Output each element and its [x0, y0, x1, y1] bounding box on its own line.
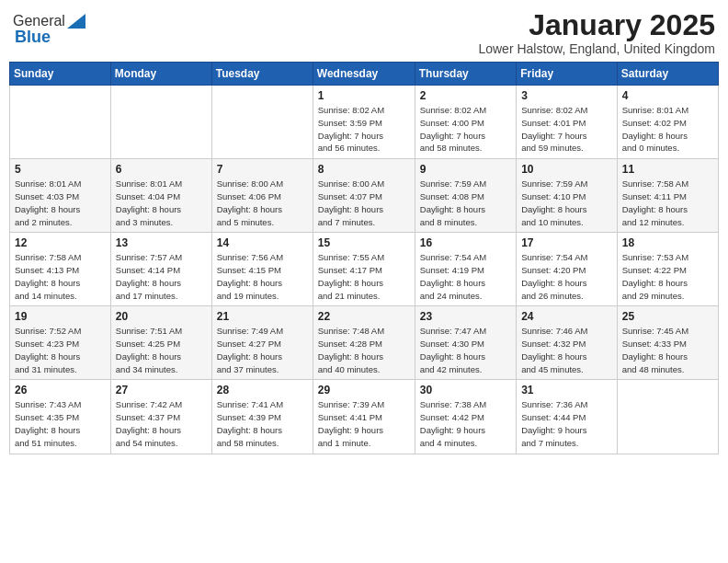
day-number: 30 — [420, 384, 511, 396]
calendar-week-row: 26Sunrise: 7:43 AM Sunset: 4:35 PM Dayli… — [10, 380, 719, 454]
day-number: 24 — [521, 310, 612, 323]
calendar-cell: 27Sunrise: 7:42 AM Sunset: 4:37 PM Dayli… — [110, 380, 211, 454]
day-info: Sunrise: 8:01 AM Sunset: 4:03 PM Dayligh… — [15, 178, 106, 228]
day-number: 23 — [420, 310, 511, 323]
day-number: 27 — [116, 384, 207, 396]
day-number: 19 — [15, 310, 106, 323]
logo-icon — [67, 14, 85, 29]
calendar-cell: 16Sunrise: 7:54 AM Sunset: 4:19 PM Dayli… — [415, 233, 516, 306]
day-number: 4 — [622, 89, 713, 102]
day-number: 3 — [521, 89, 612, 102]
day-number: 31 — [521, 384, 612, 396]
calendar-cell: 30Sunrise: 7:38 AM Sunset: 4:42 PM Dayli… — [415, 380, 516, 454]
calendar-header-thursday: Thursday — [415, 63, 516, 86]
logo: General Blue — [13, 13, 85, 47]
day-number: 15 — [318, 236, 410, 249]
day-info: Sunrise: 7:58 AM Sunset: 4:11 PM Dayligh… — [622, 178, 713, 228]
calendar-week-row: 1Sunrise: 8:02 AM Sunset: 3:59 PM Daylig… — [10, 86, 719, 159]
day-number: 16 — [420, 236, 511, 249]
day-number: 17 — [521, 236, 612, 249]
month-title: January 2025 — [478, 9, 715, 41]
calendar-cell: 4Sunrise: 8:01 AM Sunset: 4:02 PM Daylig… — [617, 86, 718, 159]
calendar-cell: 12Sunrise: 7:58 AM Sunset: 4:13 PM Dayli… — [10, 233, 111, 306]
day-number: 12 — [15, 236, 106, 249]
day-number: 9 — [420, 163, 511, 176]
calendar-cell: 21Sunrise: 7:49 AM Sunset: 4:27 PM Dayli… — [211, 306, 313, 380]
calendar-cell: 10Sunrise: 7:59 AM Sunset: 4:10 PM Dayli… — [517, 159, 618, 233]
calendar-cell — [110, 86, 211, 159]
calendar-header-friday: Friday — [517, 63, 618, 86]
day-info: Sunrise: 7:54 AM Sunset: 4:19 PM Dayligh… — [420, 251, 511, 302]
calendar-cell: 13Sunrise: 7:57 AM Sunset: 4:14 PM Dayli… — [110, 233, 211, 306]
calendar-cell: 11Sunrise: 7:58 AM Sunset: 4:11 PM Dayli… — [617, 159, 718, 233]
calendar-cell: 7Sunrise: 8:00 AM Sunset: 4:06 PM Daylig… — [211, 159, 313, 233]
calendar-cell: 9Sunrise: 7:59 AM Sunset: 4:08 PM Daylig… — [415, 159, 516, 233]
day-number: 28 — [217, 384, 308, 396]
calendar-cell: 19Sunrise: 7:52 AM Sunset: 4:23 PM Dayli… — [10, 306, 111, 380]
day-info: Sunrise: 7:57 AM Sunset: 4:14 PM Dayligh… — [116, 251, 207, 302]
day-info: Sunrise: 8:02 AM Sunset: 4:00 PM Dayligh… — [420, 104, 511, 155]
day-info: Sunrise: 7:38 AM Sunset: 4:42 PM Dayligh… — [420, 398, 511, 449]
calendar-header-tuesday: Tuesday — [211, 63, 313, 86]
calendar-cell: 15Sunrise: 7:55 AM Sunset: 4:17 PM Dayli… — [313, 233, 415, 306]
day-number: 18 — [622, 236, 713, 249]
calendar-cell: 8Sunrise: 8:00 AM Sunset: 4:07 PM Daylig… — [313, 159, 415, 233]
calendar-cell: 20Sunrise: 7:51 AM Sunset: 4:25 PM Dayli… — [110, 306, 211, 380]
day-info: Sunrise: 7:45 AM Sunset: 4:33 PM Dayligh… — [622, 325, 713, 375]
calendar-cell: 25Sunrise: 7:45 AM Sunset: 4:33 PM Dayli… — [617, 306, 718, 380]
day-info: Sunrise: 7:55 AM Sunset: 4:17 PM Dayligh… — [318, 251, 410, 302]
day-info: Sunrise: 7:46 AM Sunset: 4:32 PM Dayligh… — [521, 325, 612, 375]
day-info: Sunrise: 7:42 AM Sunset: 4:37 PM Dayligh… — [116, 398, 207, 449]
day-info: Sunrise: 7:39 AM Sunset: 4:41 PM Dayligh… — [318, 398, 410, 449]
calendar-week-row: 5Sunrise: 8:01 AM Sunset: 4:03 PM Daylig… — [10, 159, 719, 233]
day-number: 6 — [116, 163, 207, 176]
calendar-cell: 22Sunrise: 7:48 AM Sunset: 4:28 PM Dayli… — [313, 306, 415, 380]
day-number: 11 — [622, 163, 713, 176]
day-info: Sunrise: 8:02 AM Sunset: 4:01 PM Dayligh… — [521, 104, 612, 155]
calendar-cell: 26Sunrise: 7:43 AM Sunset: 4:35 PM Dayli… — [10, 380, 111, 454]
calendar-week-row: 12Sunrise: 7:58 AM Sunset: 4:13 PM Dayli… — [10, 233, 719, 306]
calendar-cell: 5Sunrise: 8:01 AM Sunset: 4:03 PM Daylig… — [10, 159, 111, 233]
day-info: Sunrise: 7:48 AM Sunset: 4:28 PM Dayligh… — [318, 325, 410, 375]
calendar-header-sunday: Sunday — [10, 63, 111, 86]
day-info: Sunrise: 8:01 AM Sunset: 4:02 PM Dayligh… — [622, 104, 713, 155]
day-info: Sunrise: 7:59 AM Sunset: 4:10 PM Dayligh… — [521, 178, 612, 228]
day-number: 26 — [15, 384, 106, 396]
day-info: Sunrise: 7:49 AM Sunset: 4:27 PM Dayligh… — [217, 325, 308, 375]
day-info: Sunrise: 7:43 AM Sunset: 4:35 PM Dayligh… — [15, 398, 106, 449]
title-block: January 2025 Lower Halstow, England, Uni… — [478, 9, 715, 56]
day-info: Sunrise: 7:56 AM Sunset: 4:15 PM Dayligh… — [217, 251, 308, 302]
day-info: Sunrise: 7:54 AM Sunset: 4:20 PM Dayligh… — [521, 251, 612, 302]
day-info: Sunrise: 8:02 AM Sunset: 3:59 PM Dayligh… — [318, 104, 410, 155]
day-info: Sunrise: 7:51 AM Sunset: 4:25 PM Dayligh… — [116, 325, 207, 375]
calendar-cell: 14Sunrise: 7:56 AM Sunset: 4:15 PM Dayli… — [211, 233, 313, 306]
calendar-cell: 31Sunrise: 7:36 AM Sunset: 4:44 PM Dayli… — [517, 380, 618, 454]
day-number: 25 — [622, 310, 713, 323]
day-info: Sunrise: 8:01 AM Sunset: 4:04 PM Dayligh… — [116, 178, 207, 228]
day-number: 21 — [217, 310, 308, 323]
calendar-week-row: 19Sunrise: 7:52 AM Sunset: 4:23 PM Dayli… — [10, 306, 719, 380]
day-info: Sunrise: 7:41 AM Sunset: 4:39 PM Dayligh… — [217, 398, 308, 449]
calendar-cell: 17Sunrise: 7:54 AM Sunset: 4:20 PM Dayli… — [517, 233, 618, 306]
day-number: 5 — [15, 163, 106, 176]
day-number: 7 — [217, 163, 308, 176]
day-number: 29 — [318, 384, 410, 396]
day-number: 14 — [217, 236, 308, 249]
calendar-cell: 24Sunrise: 7:46 AM Sunset: 4:32 PM Dayli… — [517, 306, 618, 380]
day-info: Sunrise: 7:59 AM Sunset: 4:08 PM Dayligh… — [420, 178, 511, 228]
day-number: 1 — [318, 89, 410, 102]
calendar-cell — [211, 86, 313, 159]
calendar-cell: 3Sunrise: 8:02 AM Sunset: 4:01 PM Daylig… — [517, 86, 618, 159]
logo-blue-text: Blue — [15, 28, 51, 47]
calendar-cell — [10, 86, 111, 159]
calendar-header-saturday: Saturday — [617, 63, 718, 86]
calendar-cell: 28Sunrise: 7:41 AM Sunset: 4:39 PM Dayli… — [211, 380, 313, 454]
day-info: Sunrise: 7:58 AM Sunset: 4:13 PM Dayligh… — [15, 251, 106, 302]
calendar-cell — [617, 380, 718, 454]
calendar-header-wednesday: Wednesday — [313, 63, 415, 86]
day-number: 8 — [318, 163, 410, 176]
calendar-cell: 18Sunrise: 7:53 AM Sunset: 4:22 PM Dayli… — [617, 233, 718, 306]
day-number: 22 — [318, 310, 410, 323]
day-info: Sunrise: 7:53 AM Sunset: 4:22 PM Dayligh… — [622, 251, 713, 302]
day-number: 2 — [420, 89, 511, 102]
